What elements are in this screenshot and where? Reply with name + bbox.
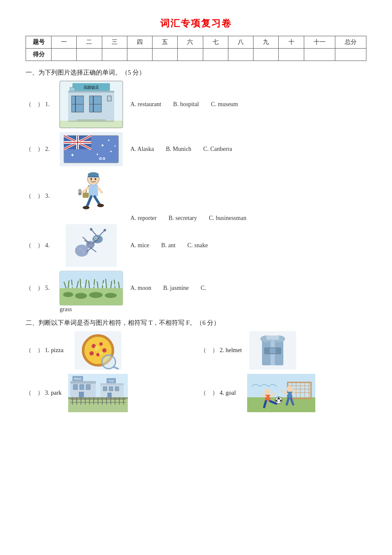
q2-num: 2. [45,146,50,153]
svg-point-100 [102,348,107,353]
svg-rect-132 [103,387,107,391]
q2-image: ✦ ✦ ✦ ✦ ✦ ✦ ✿✿ [60,132,123,166]
section2-grid: （ ） 1. pizza [26,331,366,412]
svg-point-92 [75,293,87,299]
svg-point-48 [97,204,104,207]
svg-rect-38 [89,185,98,197]
svg-rect-129 [100,383,124,385]
svg-point-47 [83,206,89,209]
question-2: （ ） 2. ✦ ✦ ✦ ✦ ✦ ✦ [26,132,366,166]
svg-text:✿: ✿ [102,283,105,286]
svg-point-54 [75,245,89,257]
svg-point-170 [265,389,271,395]
svg-line-41 [82,188,89,193]
svg-rect-116 [266,335,279,340]
q1-num: 1. [45,101,50,108]
svg-rect-121 [70,381,96,384]
svg-text:✿✿: ✿✿ [99,156,106,161]
svg-rect-10 [107,96,111,101]
svg-point-102 [89,351,94,356]
q3-image [60,171,123,222]
svg-point-103 [94,346,99,351]
svg-rect-9 [89,104,101,104]
svg-line-45 [87,197,91,207]
svg-text:博物馆: 博物馆 [74,377,81,380]
svg-point-56 [90,228,92,231]
svg-rect-40 [83,193,89,198]
svg-point-50 [95,178,96,180]
svg-point-94 [105,293,117,298]
s2-img-helmet [247,331,298,370]
section1-title: 一、为下列图片选择正确的单词。（5 分） [26,69,366,77]
section2-title: 二、判断以下单词是否与图片相符，相符写 T，不相符写 F。（6 分） [26,319,366,327]
svg-rect-113 [270,348,276,353]
svg-text:✦: ✦ [101,143,104,148]
svg-point-104 [99,351,103,356]
q5-options: A. moon B. jasmine C. [130,285,206,292]
svg-text:✦: ✦ [110,150,112,153]
question-5: （ ） 5. [26,271,366,313]
s2-item-2: （ ） 2. helmet [200,331,366,370]
s2-img-pizza [72,331,124,370]
svg-point-43 [78,189,82,193]
s2-item-4: （ ） 4. goal [200,374,366,412]
svg-text:✦: ✦ [96,153,99,156]
svg-text:✦: ✦ [70,152,75,158]
svg-point-60 [95,238,97,239]
question-3: （ ） 3. [26,171,366,222]
page-title: 词汇专项复习卷 [26,17,366,30]
svg-text:花园饭店: 花园饭店 [84,85,99,90]
svg-point-49 [90,178,92,180]
q4-image [60,224,123,267]
q1-image: 花园饭店 [60,81,123,128]
q5-answer-c: grass [26,306,366,313]
svg-rect-125 [80,384,84,390]
svg-point-67 [79,248,81,250]
svg-point-164 [287,386,293,392]
svg-line-44 [98,188,102,193]
svg-text:✦: ✦ [107,139,110,142]
q3-num: 3. [45,193,50,199]
svg-rect-134 [115,387,119,391]
svg-rect-12 [68,91,114,92]
q5-image: ✿ ✿ ✿ ✿ ✿ [60,271,123,305]
svg-rect-6 [72,104,84,104]
svg-point-106 [103,356,115,368]
svg-text:✿: ✿ [70,284,73,288]
s2-item-1: （ ） 1. pizza [26,331,192,370]
svg-line-46 [95,197,100,205]
svg-rect-124 [73,384,78,390]
q4-num: 4. [45,242,50,249]
svg-rect-126 [86,384,90,390]
svg-rect-15 [77,119,106,121]
svg-text:✿: ✿ [81,283,84,287]
svg-text:✿: ✿ [113,283,116,287]
q5-num: 5. [45,285,50,292]
svg-rect-133 [109,387,113,391]
svg-rect-37 [88,176,99,177]
s2-img-park: 博物馆 学校 [72,374,124,412]
svg-point-68 [82,250,85,253]
q2-options: A. Alaska B. Munich C. Canberra [130,146,232,153]
score-table: 题号一二三四五六七八九十十一总分 得分 [26,36,366,61]
q4-options: A. mice B. ant C. snake [130,242,208,249]
s2-item-3: （ ） 3. park 博物馆 [26,374,192,412]
svg-text:✦: ✦ [114,145,116,148]
q3-options: A. reporter B. secretary C. businessman [130,215,246,222]
q1-options: A. restaurant B. hospital C. museum [130,101,238,108]
svg-point-99 [99,342,103,346]
svg-point-93 [89,292,103,298]
svg-point-58 [104,229,106,231]
question-1: （ ） 1. 花园饭店 [26,81,366,128]
s2-img-goal [247,374,315,412]
svg-text:学校: 学校 [109,380,114,382]
question-4: （ ） 4. [26,224,366,267]
svg-rect-165 [287,392,292,399]
svg-text:✿: ✿ [92,284,95,288]
svg-point-91 [63,292,73,297]
